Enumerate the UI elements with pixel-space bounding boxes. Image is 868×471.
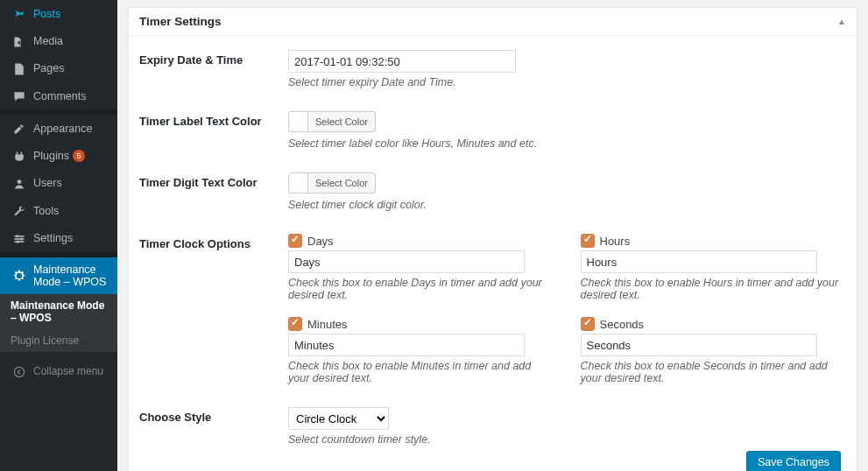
hours-check-wrap[interactable]: Hours	[581, 234, 847, 248]
days-description: Check this box to enable Days in timer a…	[288, 277, 554, 301]
expiry-input[interactable]	[288, 50, 516, 73]
collapse-label: Collapse menu	[33, 365, 103, 377]
days-check-label: Days	[307, 235, 334, 248]
tools-icon	[11, 203, 28, 218]
seconds-check-label: Seconds	[600, 318, 645, 331]
toggle-panel-icon[interactable]: ▲	[837, 17, 846, 26]
collapse-menu[interactable]: Collapse menu	[0, 357, 117, 386]
days-check-wrap[interactable]: Days	[288, 234, 554, 248]
submit-bar: Save Changes	[139, 447, 846, 471]
minutes-check-wrap[interactable]: Minutes	[288, 317, 554, 331]
media-icon	[11, 33, 28, 48]
sidebar-label: Appearance	[33, 123, 92, 135]
digit-color-label: Timer Digit Text Color	[139, 172, 288, 211]
svg-point-5	[20, 237, 23, 240]
choose-style-select[interactable]: Circle Clock	[288, 407, 389, 430]
sidebar-label: Media	[33, 35, 63, 47]
submenu-maintenance: Maintenance Mode – WPOS Plugin License	[0, 294, 117, 352]
days-input[interactable]	[288, 250, 525, 273]
seconds-checkbox[interactable]	[581, 317, 595, 331]
clock-opt-days: Days Check this box to enable Days in ti…	[288, 234, 554, 301]
submenu-item-plugin-license[interactable]: Plugin License	[0, 329, 117, 352]
sidebar-item-appearance[interactable]: Appearance	[0, 115, 117, 142]
expiry-label: Expiry Date & Time	[139, 50, 288, 88]
color-picker-text: Select Color	[308, 173, 375, 193]
sidebar-item-tools[interactable]: Tools	[0, 197, 117, 224]
hours-check-label: Hours	[600, 235, 631, 248]
collapse-icon	[11, 364, 28, 379]
field-digit-color: Timer Digit Text Color Select Color Sele…	[139, 162, 846, 223]
hours-description: Check this box to enable Hours in timer …	[581, 277, 847, 301]
minutes-check-label: Minutes	[307, 318, 348, 331]
days-checkbox[interactable]	[288, 234, 302, 248]
sidebar-label: Tools	[33, 205, 59, 217]
submenu-item-maintenance-mode[interactable]: Maintenance Mode – WPOS	[0, 294, 117, 329]
hours-input[interactable]	[581, 250, 817, 273]
label-color-label: Timer Label Text Color	[139, 111, 288, 150]
hours-checkbox[interactable]	[581, 234, 595, 248]
minutes-checkbox[interactable]	[288, 317, 302, 331]
admin-sidebar: Posts Media Pages Comments Appearance Pl…	[0, 0, 117, 471]
sidebar-label: Comments	[33, 90, 86, 102]
seconds-check-wrap[interactable]: Seconds	[581, 317, 847, 331]
panel-header: Timer Settings ▲	[129, 8, 857, 36]
page-icon	[11, 61, 28, 76]
sidebar-label: Settings	[33, 232, 73, 244]
svg-point-4	[16, 235, 18, 237]
sidebar-label: Plugins	[33, 150, 69, 162]
color-swatch	[289, 173, 308, 193]
sidebar-item-maintenance-mode[interactable]: Maintenance Mode – WPOS	[0, 257, 117, 294]
svg-point-0	[18, 179, 22, 184]
digit-color-picker[interactable]: Select Color	[288, 172, 376, 193]
label-color-description: Select timer label color like Hours, Min…	[288, 137, 846, 150]
save-changes-button[interactable]: Save Changes	[746, 451, 841, 471]
clock-opt-minutes: Minutes Check this box to enable Minutes…	[288, 317, 554, 384]
sidebar-item-users[interactable]: Users	[0, 170, 117, 197]
color-swatch	[289, 112, 308, 131]
panel-title: Timer Settings	[139, 15, 222, 28]
svg-point-7	[14, 367, 24, 376]
sidebar-label: Pages	[33, 62, 64, 74]
seconds-input[interactable]	[581, 334, 817, 356]
field-label-color: Timer Label Text Color Select Color Sele…	[139, 101, 846, 162]
content-area: Timer Settings ▲ Expiry Date & Time Sele…	[117, 0, 868, 471]
settings-icon	[11, 230, 28, 245]
minutes-description: Check this box to enable Minutes in time…	[288, 360, 554, 384]
field-choose-style: Choose Style Circle Clock Select countdo…	[139, 397, 846, 447]
clock-opt-hours: Hours Check this box to enable Hours in …	[581, 234, 847, 301]
timer-settings-panel: Timer Settings ▲ Expiry Date & Time Sele…	[128, 7, 857, 471]
sidebar-item-comments[interactable]: Comments	[0, 82, 117, 109]
plugin-update-badge: 5	[73, 150, 85, 162]
appearance-icon	[11, 121, 28, 136]
expiry-description: Select timer expiry Date and Time.	[288, 76, 846, 88]
sidebar-item-posts[interactable]: Posts	[0, 0, 117, 27]
sidebar-item-pages[interactable]: Pages	[0, 55, 117, 82]
comment-icon	[11, 88, 28, 103]
gear-icon	[11, 268, 28, 283]
minutes-input[interactable]	[288, 334, 525, 356]
pin-icon	[11, 6, 28, 21]
color-picker-text: Select Color	[308, 112, 375, 131]
sidebar-label: Posts	[33, 8, 60, 20]
users-icon	[11, 176, 28, 191]
clock-opt-seconds: Seconds Check this box to enable Seconds…	[581, 317, 847, 384]
field-expiry: Expiry Date & Time Select timer expiry D…	[139, 39, 846, 101]
sidebar-label: Maintenance Mode – WPOS	[33, 264, 110, 288]
svg-point-6	[17, 240, 19, 243]
plugin-icon	[11, 148, 28, 163]
digit-color-description: Select timer clock digit color.	[288, 199, 846, 211]
choose-style-description: Select countdown timer style.	[288, 433, 846, 446]
sidebar-item-settings[interactable]: Settings	[0, 224, 117, 251]
field-clock-options: Timer Clock Options Days Check this box …	[139, 223, 846, 397]
sidebar-item-media[interactable]: Media	[0, 27, 117, 54]
label-color-picker[interactable]: Select Color	[288, 111, 376, 132]
choose-style-label: Choose Style	[139, 407, 288, 446]
seconds-description: Check this box to enable Seconds in time…	[581, 360, 847, 384]
sidebar-item-plugins[interactable]: Plugins 5	[0, 142, 117, 169]
sidebar-label: Users	[33, 177, 62, 189]
clock-options-label: Timer Clock Options	[139, 234, 288, 384]
